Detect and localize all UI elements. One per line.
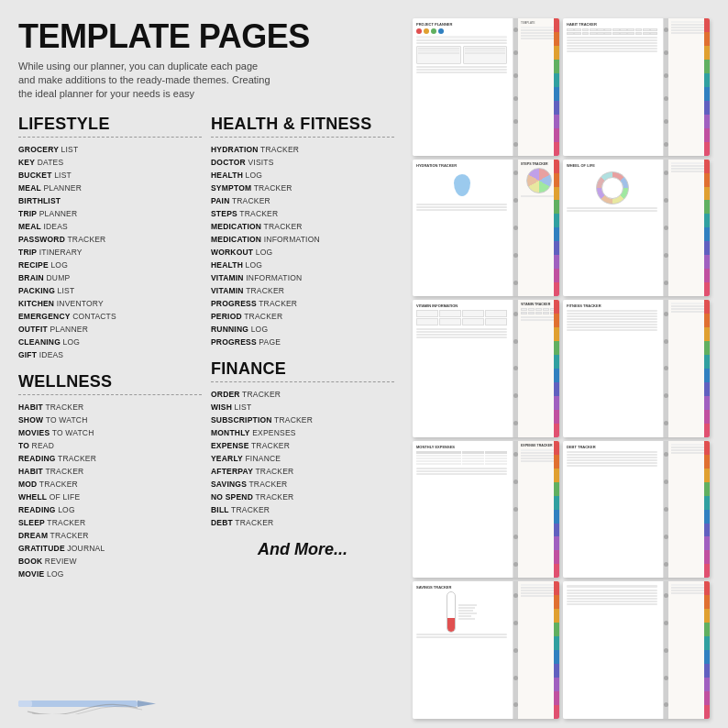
right-page-8 [668,441,710,579]
list-item: BRAIN DUMP [18,271,202,284]
list-item: DEBT TRACKER [211,516,394,529]
hcell-18 [604,32,612,35]
ct5-8 [554,396,559,410]
left-page-5: VITAMIN INFORMATION [413,300,513,437]
color-tabs-2 [704,18,710,156]
ct8-8 [704,536,710,550]
h-line-3 [567,42,657,44]
expense-header [416,451,507,454]
list-item: TRIP ITINERARY [18,246,202,259]
rp2-line-2 [671,24,707,26]
list-item: VITAMIN INFORMATION [211,271,394,284]
ct3-10 [554,282,559,296]
rp3-line-1 [521,195,557,197]
bl-line-4 [567,595,657,597]
list-item: BILL TRACKER [211,503,394,516]
list-item: HYDRATION TRACKER [211,143,394,156]
ct6-3 [704,327,710,341]
ct4-10 [704,282,710,296]
list-item: MOVIE LOG [18,568,202,580]
ct9-10 [554,705,559,719]
lifestyle-section: LIFESTYLE GROCERY LIST KEY DATES BUCKET … [18,115,211,591]
ct2-rose [704,142,710,156]
ct2-pink [704,128,710,142]
rp10-line-2 [671,587,707,589]
right-page-1: TEMPLATE [518,18,559,156]
er4-3 [485,463,508,466]
f6-line-6 [567,324,657,325]
rp7-line-4 [521,458,557,459]
rp7-line-3 [521,455,557,457]
left-panel: TEMPLATE PAGES While using our planner, … [18,18,403,719]
ct2-red [704,18,710,32]
tab-rose [554,142,559,156]
f6-line-4 [567,318,657,320]
h-line-6 [567,50,657,52]
tab-red [554,18,559,32]
color-tabs-1 [554,18,559,156]
vg-5 [416,318,438,325]
hcell-21 [627,32,634,35]
rp7-line-1 [521,449,557,451]
rp9-line-1 [521,584,557,586]
ct2-purple [704,115,710,128]
pen-decoration-area [18,691,403,719]
r-line-2 [521,29,557,31]
lifestyle-title: LIFESTYLE [18,115,202,138]
thumbnail-row-3: VITAMIN INFORMATION [413,300,710,437]
tl-6 [458,618,475,620]
ct4-9 [704,269,710,282]
h3-line-1 [416,204,507,205]
ct10-2 [704,595,710,609]
page-label-1: PROJECT PLANNER [416,22,507,27]
hcell-14 [574,32,581,35]
color-tabs-6 [704,300,710,437]
list-item: DOCTOR VISITS [211,156,394,169]
left-page-10 [563,581,664,719]
list-item: BOOK REVIEW [18,555,202,568]
rp6-line-1 [671,303,707,304]
ct10-7 [704,664,710,678]
ct5-5 [554,355,559,369]
list-item: VITAMIN TRACKER [211,284,394,297]
thermo-container [416,591,507,633]
ct2-blue [704,87,710,101]
rp6-line-2 [671,305,707,307]
rp8-line-1 [671,444,707,446]
line-2 [416,39,507,41]
ct9-9 [554,691,559,705]
ct3-8 [554,255,559,269]
vg-7 [462,318,484,325]
e7-line-3 [416,473,507,475]
vg-2 [439,310,461,317]
ct10-9 [704,691,710,705]
wheel-inner [601,177,623,199]
right-page-5: VITAMIN TRACKER [518,300,559,437]
list-item: HABIT TRACKER [18,401,202,414]
list-item: READING LOG [18,503,202,516]
list-item: SUBSCRIPTION TRACKER [211,414,394,426]
ct3-3 [554,187,559,201]
ct6-10 [704,424,710,437]
hcell-17 [597,32,604,35]
list-item: MEAL IDEAS [18,220,202,233]
rp6-line-4 [671,311,707,313]
rp3-label: STEPS TRACKER [521,162,557,166]
rp7-line-5 [521,460,557,462]
list-item: MEAL PLANNER [18,182,202,194]
tab-blue [554,87,559,101]
list-item: HABIT TRACKER [18,465,202,478]
page-title: TEMPLATE PAGES [18,18,403,55]
rp2-line-1 [671,21,707,23]
tl-2 [458,607,475,609]
rp2-line-4 [671,29,707,31]
list-item: SLEEP TRACKER [18,516,202,529]
left-page-1: PROJECT PLANNER [413,18,513,156]
bl-line-5 [567,598,657,600]
right-page-9 [518,581,559,719]
ct8-10 [704,564,710,578]
list-item: HEALTH LOG [211,169,394,182]
t9-line-2 [416,636,507,638]
ct4-4 [704,200,710,214]
h-line-5 [567,48,657,50]
